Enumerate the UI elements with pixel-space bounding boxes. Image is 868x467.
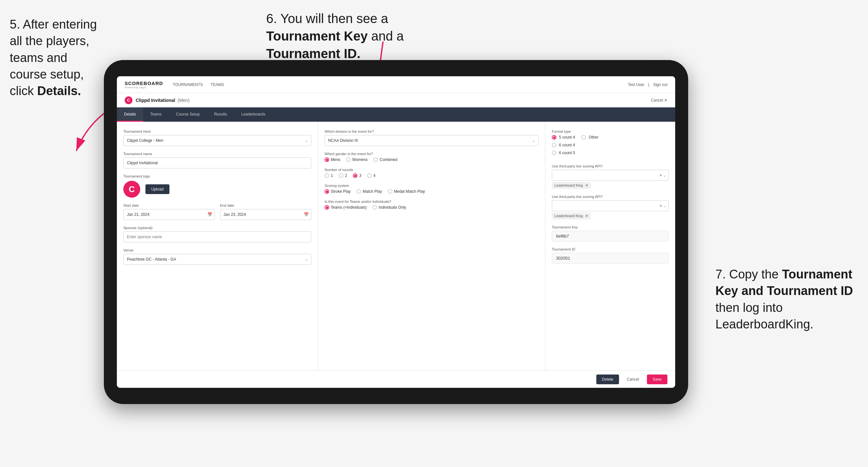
upload-button[interactable]: Upload [146, 184, 169, 194]
rounds-4-radio[interactable] [367, 173, 372, 178]
teams-group: Is this event for Teams and/or Individua… [324, 199, 538, 210]
api1-group: Use third-party live scoring API? ✕ ⌄ Le… [552, 164, 669, 189]
individuals-only-radio[interactable] [372, 205, 377, 210]
gender-mens-radio[interactable] [324, 157, 329, 162]
api2-tag-remove[interactable]: ✕ [585, 214, 588, 218]
scoring-match[interactable]: Match Play [356, 189, 382, 194]
rounds-1[interactable]: 1 [324, 173, 333, 178]
gender-womens-radio[interactable] [346, 157, 350, 162]
scoring-medal[interactable]: Medal Match Play [388, 189, 425, 194]
rounds-3[interactable]: 3 [353, 173, 361, 178]
gender-combined-radio[interactable] [373, 157, 378, 162]
logo-upload-area: C Upload [123, 181, 311, 198]
gender-combined[interactable]: Combined [373, 157, 397, 162]
nav-signout[interactable]: Sign out [653, 83, 668, 87]
api1-clear[interactable]: ✕ ⌄ [659, 173, 666, 178]
delete-button[interactable]: Delete [596, 374, 619, 384]
api1-tag-remove[interactable]: ✕ [585, 183, 588, 187]
gender-group: Which gender is the event for? Mens Wome… [324, 152, 538, 162]
individuals-only[interactable]: Individuals Only [372, 205, 406, 210]
start-date-group: Start date [123, 204, 215, 220]
rounds-group: Number of rounds 1 2 3 [324, 168, 538, 178]
rounds-label: Number of rounds [324, 168, 538, 172]
tab-details[interactable]: Details [117, 107, 143, 122]
format-5count4[interactable]: 5 count 4 [552, 135, 575, 139]
start-date-input[interactable] [123, 209, 215, 220]
sponsor-group: Sponsor (optional) [123, 226, 311, 242]
annotation-bottom-right: 7. Copy the Tournament Key and Tournamen… [715, 266, 858, 333]
format-5count4-radio[interactable] [552, 135, 556, 139]
api2-input[interactable] [552, 200, 669, 211]
tab-bar: Details Teams Course Setup Results Leade… [117, 107, 675, 122]
rounds-1-radio[interactable] [324, 173, 329, 178]
format-6count5-radio[interactable] [552, 151, 556, 155]
tournament-logo-label: Tournament logo [123, 174, 311, 178]
api2-clear[interactable]: ✕ ⌄ [659, 204, 666, 208]
sponsor-input[interactable] [123, 231, 311, 242]
scoring-match-radio[interactable] [356, 189, 361, 194]
api2-group: Use third-party live scoring API? ✕ ⌄ Le… [552, 195, 669, 219]
tab-results[interactable]: Results [207, 107, 234, 122]
rounds-2[interactable]: 2 [339, 173, 347, 178]
tab-teams[interactable]: Teams [143, 107, 169, 122]
tournament-logo-group: Tournament logo C Upload [123, 174, 311, 198]
gender-mens[interactable]: Mens [324, 157, 340, 162]
format-other[interactable]: Other [581, 135, 598, 139]
tournament-name-label: Tournament name [123, 152, 311, 156]
gender-womens[interactable]: Womens [346, 157, 368, 162]
format-6count4[interactable]: 6 count 4 [552, 143, 575, 147]
gender-radio-group: Mens Womens Combined [324, 157, 538, 162]
division-label: Which division is the event for? [324, 129, 538, 133]
nav-link-teams[interactable]: TEAMS [211, 81, 224, 88]
format-6count4-radio[interactable] [552, 143, 556, 147]
api2-label: Use third-party live scoring API? [552, 195, 669, 198]
tournament-id-value: 302051 [552, 253, 669, 263]
format-type-group: Format type 5 count 4 6 count 4 [552, 129, 669, 158]
tournament-id-group: Tournament ID 302051 [552, 247, 669, 263]
venue-select[interactable]: Peachtree GC - Atlanta - GA [123, 254, 311, 265]
date-row: Start date End date [123, 204, 311, 226]
nav-logo-title: SCOREBOARD [125, 81, 163, 86]
rounds-4[interactable]: 4 [367, 173, 376, 178]
format-other-radio[interactable] [581, 135, 586, 139]
middle-col: Which division is the event for? NCAA Di… [318, 122, 545, 370]
rounds-2-radio[interactable] [339, 173, 343, 178]
tournament-key-group: Tournament Key 6ef8b7 [552, 225, 669, 242]
division-select[interactable]: NCAA Division III [324, 135, 538, 146]
tournament-host-select[interactable]: Clippd College - Men [123, 135, 311, 146]
sub-header: C Clippd Invitational (Men) Cancel ✕ [117, 93, 675, 107]
venue-label: Venue [123, 248, 311, 252]
scoring-group: Scoring system Stroke Play Match Play [324, 184, 538, 194]
end-date-input[interactable] [220, 209, 312, 220]
scoring-stroke[interactable]: Stroke Play [324, 189, 350, 194]
format-6count5[interactable]: 6 count 5 [552, 151, 575, 155]
teams-plus-individuals[interactable]: Teams (+Individuals) [324, 205, 367, 210]
logo-circle: C [123, 181, 140, 198]
bottom-bar: Delete Cancel Save [117, 370, 675, 388]
tab-course-setup[interactable]: Course Setup [169, 107, 207, 122]
start-date-label: Start date [123, 204, 215, 207]
tournament-name-input[interactable] [123, 157, 311, 168]
left-col: Tournament Host Clippd College - Men Tou… [117, 122, 318, 370]
venue-group: Venue Peachtree GC - Atlanta - GA [123, 248, 311, 265]
sub-header-title: Clippd Invitational (Men) [136, 98, 190, 103]
nav-link-tournaments[interactable]: TOURNAMENTS [173, 81, 203, 88]
sub-header-cancel[interactable]: Cancel ✕ [651, 98, 668, 102]
cancel-button[interactable]: Cancel [623, 374, 643, 384]
scoring-stroke-radio[interactable] [324, 189, 329, 194]
api1-tag: Leaderboard King ✕ [552, 182, 591, 189]
api1-input[interactable] [552, 170, 669, 181]
nav-right: Test User | Sign out [628, 83, 668, 87]
scoring-medal-radio[interactable] [388, 189, 393, 194]
rounds-3-radio[interactable] [353, 173, 358, 178]
sponsor-label: Sponsor (optional) [123, 226, 311, 230]
save-button[interactable]: Save [647, 374, 668, 384]
tournament-key-label: Tournament Key [552, 225, 669, 229]
scoring-label: Scoring system [324, 184, 538, 188]
teams-plus-radio[interactable] [324, 205, 329, 210]
tournament-key-value: 6ef8b7 [552, 231, 669, 242]
tab-leaderboards[interactable]: Leaderboards [234, 107, 272, 122]
format-options-left: 5 count 4 6 count 4 6 count 5 [552, 135, 575, 158]
nav-user: Test User [628, 83, 644, 87]
end-date-group: End date [220, 204, 312, 220]
